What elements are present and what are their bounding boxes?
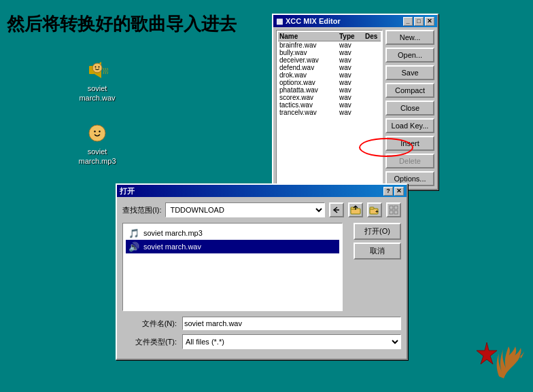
xcc-minimize-btn[interactable]: _ [403, 17, 413, 26]
file-item-mp3[interactable]: 🎵 soviet march.mp3 [126, 226, 339, 240]
filename-row: 文件名(N): [122, 317, 401, 330]
mp3-filename: soviet march.mp3 [143, 229, 203, 237]
list-item[interactable]: tactics.wavwav [278, 101, 381, 109]
desktop-icon-mp3[interactable]: sovietmarch.mp3 [73, 121, 121, 166]
svg-rect-15 [390, 206, 393, 209]
xcc-win-controls: _ □ ✕ [403, 17, 434, 26]
svg-marker-19 [477, 342, 497, 364]
svg-rect-11 [351, 207, 356, 209]
xcc-save-button[interactable]: Save [385, 65, 434, 80]
open-dialog-help-btn[interactable]: ? [383, 187, 393, 196]
svg-rect-17 [390, 211, 393, 214]
svg-point-5 [99, 67, 100, 68]
wav-icon: )))) [85, 58, 109, 82]
list-item[interactable]: drok.wavwav [278, 71, 381, 79]
open-dialog-titlebar[interactable]: 打开 ? ✕ [117, 185, 407, 197]
location-label: 查找范围(I): [122, 205, 161, 215]
filetype-dropdown[interactable]: All files (*.*) [182, 334, 401, 349]
svg-point-8 [99, 130, 100, 132]
xcc-insert-button[interactable]: Insert [385, 136, 434, 151]
xcc-window: ▦ XCC MIX Editor _ □ ✕ Name Type Des bra… [272, 14, 439, 190]
list-item[interactable]: deceiver.wavwav [278, 56, 381, 64]
mp3-file-icon: 🎵 [128, 228, 139, 238]
xcc-delete-button[interactable]: Delete [385, 154, 434, 168]
xcc-new-button[interactable]: New... [385, 30, 434, 45]
xcc-close-window-button[interactable]: Close [385, 101, 434, 115]
view-icon-btn[interactable] [386, 202, 401, 217]
list-item[interactable]: bully.wavwav [278, 49, 381, 56]
up-folder-icon-btn[interactable] [348, 202, 363, 217]
mp3-icon-label: sovietmarch.mp3 [78, 147, 116, 166]
desktop-icon-wav[interactable]: )))) sovietmarch.wav [73, 58, 121, 103]
instruction-text: 然后将转换好的歌曲导入进去 [7, 12, 237, 36]
list-item[interactable]: trancelv.wavwav [278, 109, 381, 116]
svg-rect-13 [370, 207, 374, 209]
xcc-compact-button[interactable]: Compact [385, 83, 434, 98]
filename-label: 文件名(N): [122, 319, 177, 329]
svg-point-4 [95, 67, 97, 68]
wav-filename: soviet march.wav [143, 243, 201, 251]
open-dialog-content: 查找范围(I): TDDOWNLOAD [117, 197, 407, 359]
xcc-action-buttons: New... Open... Save Compact Close Load K… [385, 30, 434, 186]
new-folder-icon-btn[interactable]: + [367, 202, 382, 217]
wav-file-icon: 🔊 [128, 241, 139, 252]
wav-icon-label: sovietmarch.wav [79, 84, 115, 103]
xcc-content: Name Type Des brainfre.wavwav bully.wavw… [273, 27, 437, 189]
filetype-label: 文件类型(T): [122, 337, 177, 347]
svg-text:)))): )))) [103, 67, 108, 74]
col-type: Type [339, 33, 360, 40]
xcc-titlebar[interactable]: ▦ XCC MIX Editor _ □ ✕ [273, 15, 437, 27]
list-item[interactable]: defend.wavwav [278, 64, 381, 71]
xcc-close-btn[interactable]: ✕ [425, 17, 434, 26]
filename-input[interactable] [182, 317, 401, 330]
open-dialog-title: 打开 [120, 186, 135, 196]
xcc-open-button[interactable]: Open... [385, 48, 434, 63]
open-dialog: 打开 ? ✕ 查找范围(I): TDDOWNLOAD [116, 183, 408, 360]
svg-point-3 [92, 63, 102, 73]
xcc-title-icon: ▦ [276, 17, 283, 26]
open-dialog-open-button[interactable]: 打开(O) [354, 223, 401, 240]
list-item[interactable]: scorex.wavwav [278, 94, 381, 101]
svg-rect-18 [394, 211, 398, 214]
xcc-maximize-btn[interactable]: □ [414, 17, 424, 26]
file-area: 🎵 soviet march.mp3 🔊 soviet march.wav 打开… [122, 223, 401, 317]
list-item[interactable]: phatatta.wavwav [278, 86, 381, 94]
xcc-title-label: XCC MIX Editor [286, 17, 341, 25]
back-icon-btn[interactable] [329, 202, 344, 217]
filetype-row: 文件类型(T): All files (*.*) [122, 334, 401, 349]
location-dropdown[interactable]: TDDOWNLOAD [165, 202, 325, 217]
list-item[interactable]: optionx.wavwav [278, 79, 381, 86]
open-dialog-action-buttons: 打开(O) 取消 [354, 223, 401, 317]
open-dialog-win-controls: ? ✕ [383, 187, 404, 196]
open-dialog-cancel-button[interactable]: 取消 [354, 243, 401, 260]
open-dialog-toolbar: 查找范围(I): TDDOWNLOAD [122, 202, 401, 217]
file-item-wav[interactable]: 🔊 soviet march.wav [126, 240, 339, 253]
svg-text:+: + [375, 209, 379, 215]
mp3-icon [85, 121, 109, 145]
xcc-list-header: Name Type Des [278, 32, 381, 41]
col-des: Des [365, 33, 377, 40]
svg-rect-16 [394, 206, 398, 209]
svg-point-7 [94, 130, 95, 132]
xcc-loadkey-button[interactable]: Load Key... [385, 118, 434, 133]
open-file-list[interactable]: 🎵 soviet march.mp3 🔊 soviet march.wav [122, 223, 343, 311]
open-dialog-close-btn[interactable]: ✕ [394, 187, 404, 196]
list-item[interactable]: brainfre.wavwav [278, 41, 381, 49]
bottom-right-emblem [473, 341, 528, 387]
svg-point-6 [89, 125, 105, 141]
desktop: 然后将转换好的歌曲导入进去 )))) sovietmarch.wav [0, 0, 533, 392]
xcc-file-list[interactable]: Name Type Des brainfre.wavwav bully.wavw… [276, 30, 383, 186]
col-name: Name [279, 33, 334, 40]
